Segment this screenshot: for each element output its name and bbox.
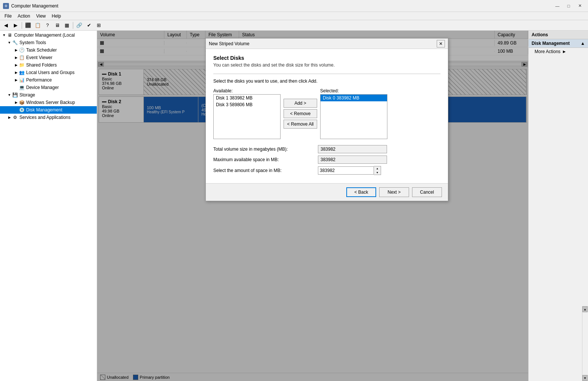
available-label: Available: — [213, 88, 281, 93]
device-manager-icon: 💻 — [19, 85, 25, 90]
task-scheduler-icon: 🕐 — [19, 47, 25, 53]
menu-file[interactable]: File — [1, 13, 15, 19]
remove-all-button[interactable]: < Remove All — [284, 120, 317, 129]
menu-help[interactable]: Help — [49, 13, 64, 19]
add-button[interactable]: Add > — [284, 99, 317, 108]
total-size-value: 383982 — [318, 145, 387, 153]
next-button[interactable]: Next > — [379, 187, 409, 197]
sidebar-item-local-users[interactable]: ▶ 👥 Local Users and Groups — [0, 69, 97, 76]
menu-action[interactable]: Action — [15, 13, 33, 19]
dialog-instruction: Select the disks you want to use, and th… — [213, 79, 440, 84]
select-amount-label: Select the amount of space in MB: — [213, 168, 318, 173]
link-button[interactable]: 🔗 — [75, 21, 84, 30]
expand-task-scheduler[interactable]: ▶ — [13, 47, 19, 53]
scroll-up-btn[interactable]: ▲ — [582, 306, 588, 312]
menu-view[interactable]: View — [33, 13, 49, 19]
help-button[interactable]: ? — [43, 21, 52, 30]
available-disk3[interactable]: Disk 3 589806 MB — [214, 101, 280, 108]
sidebar-item-performance[interactable]: ▶ 📊 Performance — [0, 76, 97, 84]
dialog-title-text: New Striped Volume — [209, 41, 437, 46]
total-size-label: Total volume size in megabytes (MB): — [213, 147, 318, 152]
right-panel-title: Actions — [529, 31, 588, 39]
selected-section: Selected: Disk 0 383982 MB — [320, 88, 387, 139]
sidebar-item-shared-folders[interactable]: ▶ 📁 Shared Folders — [0, 61, 97, 69]
right-panel-section-label: Disk Management — [532, 41, 570, 46]
expand-local-users[interactable]: ▶ — [13, 70, 19, 75]
title-bar-text: Computer Management — [11, 3, 552, 9]
sidebar-item-windows-backup[interactable]: ▶ 📦 Windows Server Backup — [0, 99, 97, 106]
sidebar-item-event-viewer[interactable]: ▶ 📋 Event Viewer — [0, 54, 97, 61]
back-button[interactable]: ◀ — [1, 21, 10, 30]
forward-button[interactable]: ▶ — [11, 21, 20, 30]
right-panel-more-actions[interactable]: More Actions ► — [529, 48, 588, 55]
sidebar-item-storage[interactable]: ▼ 💾 Storage — [0, 91, 97, 99]
storage-icon: 💾 — [12, 92, 18, 98]
scroll-down-btn[interactable]: ▼ — [582, 375, 588, 381]
cancel-button[interactable]: Cancel — [412, 187, 442, 197]
services-apps-label: Services and Applications — [19, 115, 71, 120]
minimize-button[interactable]: — — [552, 2, 563, 10]
expand-event-viewer[interactable]: ▶ — [13, 55, 19, 60]
expand-shared-folders[interactable]: ▶ — [13, 62, 19, 68]
system-tools-label: System Tools — [19, 40, 46, 45]
close-button[interactable]: ✕ — [575, 2, 585, 10]
windows-backup-icon: 📦 — [19, 99, 25, 105]
check-button[interactable]: ✔ — [84, 21, 93, 30]
info-rows: Total volume size in megabytes (MB): 383… — [213, 145, 440, 175]
device-manager-label: Device Manager — [26, 85, 59, 90]
grid-button[interactable]: ⊞ — [94, 21, 103, 30]
selected-listbox[interactable]: Disk 0 383982 MB — [320, 94, 387, 139]
max-space-label: Maximum available space in MB: — [213, 157, 318, 162]
available-listbox[interactable]: Disk 1 383982 MB Disk 3 589806 MB — [213, 94, 281, 139]
title-bar-controls: — □ ✕ — [552, 2, 585, 10]
app-icon: ⚙ — [3, 3, 9, 9]
computer-button[interactable]: 🖥 — [53, 21, 62, 30]
select-amount-spinner: ▲ ▼ — [318, 166, 381, 175]
sidebar: ▼ 🖥 Computer Management (Local ▼ 🔧 Syste… — [0, 31, 97, 381]
disk-select-area: Available: Disk 1 383982 MB Disk 3 58980… — [213, 88, 440, 139]
maximize-button[interactable]: □ — [563, 2, 574, 10]
selected-disk0[interactable]: Disk 0 383982 MB — [321, 95, 387, 101]
back-button[interactable]: < Back — [346, 187, 376, 197]
expand-windows-backup[interactable]: ▶ — [13, 100, 19, 105]
sidebar-item-disk-management[interactable]: 💿 Disk Management — [0, 106, 97, 114]
sidebar-item-device-manager[interactable]: 💻 Device Manager — [0, 84, 97, 91]
dialog-section-title: Select Disks — [213, 55, 440, 61]
expand-services-apps[interactable]: ▶ — [7, 115, 12, 120]
sidebar-item-task-scheduler[interactable]: ▶ 🕐 Task Scheduler — [0, 46, 97, 54]
list-button[interactable]: ▦ — [62, 21, 71, 30]
remove-button[interactable]: < Remove — [284, 109, 317, 118]
right-scrollbar[interactable]: ▲ ▼ — [582, 306, 588, 381]
sidebar-item-system-tools[interactable]: ▼ 🔧 System Tools — [0, 39, 97, 46]
expand-storage[interactable]: ▼ — [7, 92, 12, 98]
event-viewer-icon: 📋 — [19, 55, 25, 61]
available-section: Available: Disk 1 383982 MB Disk 3 58980… — [213, 88, 281, 139]
spin-input-field[interactable] — [318, 166, 374, 175]
disk-management-icon: 💿 — [19, 107, 25, 113]
right-panel-disk-management[interactable]: Disk Management ▲ — [529, 39, 588, 48]
storage-label: Storage — [19, 92, 35, 98]
expand-system-tools[interactable]: ▼ — [7, 40, 12, 45]
dialog-body: Select Disks You can select the disks an… — [206, 49, 448, 183]
toolbar-separator-2 — [73, 22, 73, 29]
root-icon: 🖥 — [7, 32, 13, 38]
scroll-thumb-area[interactable] — [582, 312, 588, 375]
shared-folders-label: Shared Folders — [26, 62, 57, 68]
show-hide-button[interactable]: ⬛ — [24, 21, 33, 30]
main-container: ▼ 🖥 Computer Management (Local ▼ 🔧 Syste… — [0, 31, 588, 381]
properties-button[interactable]: 📋 — [33, 21, 42, 30]
spin-up-button[interactable]: ▲ — [374, 166, 381, 170]
expand-root[interactable]: ▼ — [1, 33, 7, 38]
available-disk1[interactable]: Disk 1 383982 MB — [214, 95, 280, 101]
spin-down-button[interactable]: ▼ — [374, 170, 381, 175]
more-actions-arrow: ► — [562, 49, 566, 54]
services-apps-icon: ⚙ — [12, 114, 18, 120]
local-users-label: Local Users and Groups — [26, 70, 74, 75]
disk-management-label: Disk Management — [26, 107, 62, 113]
content-area: Volume Layout Type File System Status Ca… — [97, 31, 528, 381]
sidebar-item-services-apps[interactable]: ▶ ⚙ Services and Applications — [0, 114, 97, 121]
expand-performance[interactable]: ▶ — [13, 77, 19, 83]
info-row-max: Maximum available space in MB: 383982 — [213, 156, 440, 164]
sidebar-item-root[interactable]: ▼ 🖥 Computer Management (Local — [0, 31, 97, 39]
dialog-close-button[interactable]: ✕ — [437, 40, 445, 47]
